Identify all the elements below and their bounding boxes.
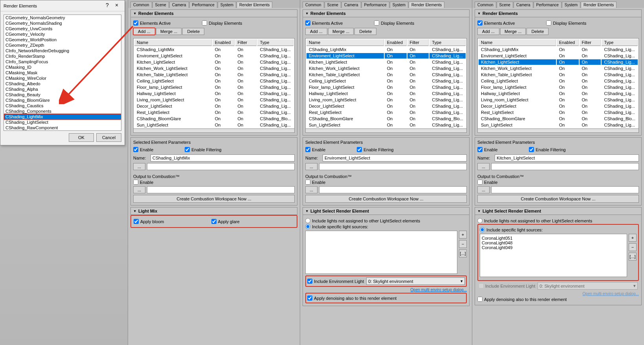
apply-bloom-check[interactable]: Apply bloom: [134, 219, 164, 224]
combustion-browse-button[interactable]: ...: [133, 186, 145, 193]
close-icon[interactable]: ×: [112, 2, 121, 10]
table-row[interactable]: Kitchen_LightSelectOnOnCShading_Lig...: [134, 59, 294, 65]
sep-path-field[interactable]: [319, 163, 467, 170]
light-sources-list[interactable]: CoronaLight051CoronaLight048CoronaLight0…: [480, 234, 627, 277]
light-sources-list[interactable]: [305, 231, 457, 274]
combustion-path-field[interactable]: [319, 186, 467, 193]
remove-light-button[interactable]: −: [629, 243, 637, 251]
table-row[interactable]: CShading_BloomGlareOnOnCShading_Blo...: [479, 116, 638, 121]
table-row[interactable]: Decor_LightSelectOnOnCShading_Lig...: [479, 103, 638, 109]
table-row[interactable]: Kitchen_Table_LightSelectOnOnCShading_Li…: [134, 72, 294, 77]
table-row[interactable]: Decor_LightSelectOnOnCShading_Lig...: [306, 103, 466, 109]
sep-filtering-check[interactable]: Enable Filtering: [529, 147, 565, 152]
sep-path-field[interactable]: [147, 163, 295, 170]
sep-name-field[interactable]: [150, 154, 295, 161]
bottom-rollout-header[interactable]: Light Select Render Element: [303, 207, 470, 215]
element-type-item[interactable]: CMasking_ID: [4, 64, 121, 70]
sep-enable-check[interactable]: Enable: [305, 147, 325, 152]
add-button[interactable]: Add ...: [133, 28, 155, 35]
tab-render-elements[interactable]: Render Elements: [581, 2, 616, 8]
sep-enable-check[interactable]: Enable: [133, 147, 153, 152]
table-row[interactable]: CShading_BloomGlareOnOnCShading_Blo...: [134, 116, 294, 121]
table-row[interactable]: Sun_LightSelectOnOnCShading_Lig...: [134, 122, 294, 128]
tab-performance[interactable]: Performance: [534, 2, 561, 8]
table-row[interactable]: Kitchen_Work_LightSelectOnOnCShading_Lig…: [479, 66, 638, 71]
table-row[interactable]: Living_room_LightSelectOnOnCShading_Lig.…: [306, 97, 466, 103]
tab-system[interactable]: System: [390, 2, 408, 8]
render-elements-header[interactable]: Render Elements: [303, 9, 470, 17]
element-type-item[interactable]: CInfo_SamplingFocus: [4, 59, 121, 64]
element-type-item[interactable]: CGeometry_NormalsGeometry: [4, 15, 121, 20]
include-unassigned-radio[interactable]: Include lights not assigned to other Lig…: [305, 218, 467, 223]
sep-browse-button[interactable]: ...: [133, 163, 145, 170]
table-row[interactable]: Rest_LightSelectOnOnCShading_Lig...: [479, 110, 638, 115]
table-row[interactable]: Hallway_LightSelectOnOnCShading_Lig...: [134, 91, 294, 96]
table-row[interactable]: Decor_LightSelectOnOnCShading_Lig...: [134, 103, 294, 109]
element-type-item[interactable]: CShading_Beauty: [4, 92, 121, 97]
element-type-item[interactable]: CShading_LightMix: [4, 114, 121, 119]
display-elements-check[interactable]: Display Elements: [374, 20, 414, 26]
element-type-item[interactable]: CShading_Albedo: [4, 81, 121, 86]
element-type-item[interactable]: CGeometry_Velocity: [4, 31, 121, 37]
table-row[interactable]: Kitchen_Table_LightSelectOnOnCShading_Li…: [306, 72, 466, 77]
apply-denoise-check[interactable]: Apply denoising also to this render elem…: [307, 295, 465, 301]
tab-scene[interactable]: Scene: [325, 2, 341, 8]
table-row[interactable]: Ceiling_LightSelectOnOnCShading_Lig...: [134, 78, 294, 84]
combustion-path-field[interactable]: [147, 186, 295, 193]
horizontal-scrollbar[interactable]: [133, 129, 295, 133]
combustion-enable-check[interactable]: Enable: [305, 180, 467, 185]
table-row[interactable]: CShading_LightMixOnOnCShading_Lig...: [306, 47, 466, 52]
table-row[interactable]: Sun_LightSelectOnOnCShading_Lig...: [306, 122, 466, 128]
tab-common[interactable]: Common: [475, 2, 496, 8]
element-type-item[interactable]: CMasking_WireColor: [4, 75, 121, 81]
browse-lights-button[interactable]: [...]: [459, 250, 467, 257]
element-type-item[interactable]: CShading_Alpha: [4, 86, 121, 92]
element-type-item[interactable]: CGeometry_WorldPosition: [4, 37, 121, 42]
element-type-item[interactable]: CGeometry_UvwCoords: [4, 26, 121, 31]
combustion-enable-check[interactable]: Enable: [133, 180, 295, 185]
table-row[interactable]: Enviroment_LightSelectOnOnCShading_Lig..…: [134, 53, 294, 59]
tab-camera[interactable]: Camera: [341, 2, 361, 8]
include-unassigned-radio[interactable]: Include lights not assigned to other Lig…: [477, 218, 639, 223]
elements-active-check[interactable]: Elements Active: [133, 20, 171, 26]
combustion-browse-button[interactable]: ...: [477, 186, 490, 193]
element-type-item[interactable]: CGeometry_ZDepth: [4, 42, 121, 48]
tab-system[interactable]: System: [218, 2, 236, 8]
table-row[interactable]: Enviroment_LightSelectOnOnCShading_Lig..…: [479, 53, 638, 59]
create-combustion-button[interactable]: Create Combustion Workspace Now ...: [133, 195, 295, 203]
table-row[interactable]: Living_room_LightSelectOnOnCShading_Lig.…: [134, 97, 294, 103]
remove-light-button[interactable]: −: [459, 240, 467, 248]
table-row[interactable]: Floor_lamp_LightSelectOnOnCShading_Lig..…: [306, 84, 466, 90]
table-row[interactable]: Rest_LightSelectOnOnCShading_Lig...: [306, 110, 466, 115]
open-multi-link[interactable]: Open multi enviro setup dialog...: [305, 288, 467, 292]
element-type-item[interactable]: CShading_Shadows: [4, 130, 121, 131]
render-elements-header[interactable]: Render Elements: [475, 9, 642, 17]
tab-system[interactable]: System: [562, 2, 580, 8]
include-env-check[interactable]: Include Environment Light: [307, 279, 364, 284]
table-row[interactable]: CShading_LightMixOnOnCShading_Lig...: [134, 47, 294, 52]
env-dropdown[interactable]: 0: Skylight environment▾: [366, 277, 465, 285]
merge-button[interactable]: Merge ...: [156, 28, 182, 35]
tab-common[interactable]: Common: [303, 2, 324, 8]
combustion-enable-check[interactable]: Enable: [477, 180, 639, 185]
apply-glare-check[interactable]: Apply glare: [211, 219, 240, 224]
render-elements-table[interactable]: Name Enabled Filter Type CShading_LightM…: [133, 38, 295, 129]
table-row[interactable]: Rest_LightSelectOnOnCShading_Lig...: [134, 110, 294, 115]
element-type-item[interactable]: CShading_Caustics: [4, 103, 121, 108]
sep-path-field[interactable]: [491, 163, 639, 170]
add-button[interactable]: Add ...: [477, 28, 499, 35]
merge-button[interactable]: Merge ...: [500, 28, 526, 35]
table-row[interactable]: Floor_lamp_LightSelectOnOnCShading_Lig..…: [134, 84, 294, 90]
light-item[interactable]: CoronaLight049: [482, 245, 625, 250]
element-type-item[interactable]: CShading_RawComponent: [4, 125, 121, 130]
elements-active-check[interactable]: Elements Active: [305, 20, 343, 26]
table-row[interactable]: Kitchen_LightSelectOnOnCShading_Lig...: [479, 59, 638, 65]
display-elements-check[interactable]: Display Elements: [546, 20, 586, 26]
table-row[interactable]: Kitchen_Work_LightSelectOnOnCShading_Lig…: [134, 66, 294, 71]
tab-camera[interactable]: Camera: [169, 2, 189, 8]
element-type-item[interactable]: CInfo_NetworkRenderDebugging: [4, 48, 121, 53]
render-elements-table[interactable]: Name Enabled Filter Type CShading_LightM…: [477, 38, 639, 129]
element-type-item[interactable]: CShading_Components: [4, 108, 121, 114]
sep-name-field[interactable]: [323, 154, 467, 161]
light-item[interactable]: CoronaLight048: [482, 240, 625, 245]
